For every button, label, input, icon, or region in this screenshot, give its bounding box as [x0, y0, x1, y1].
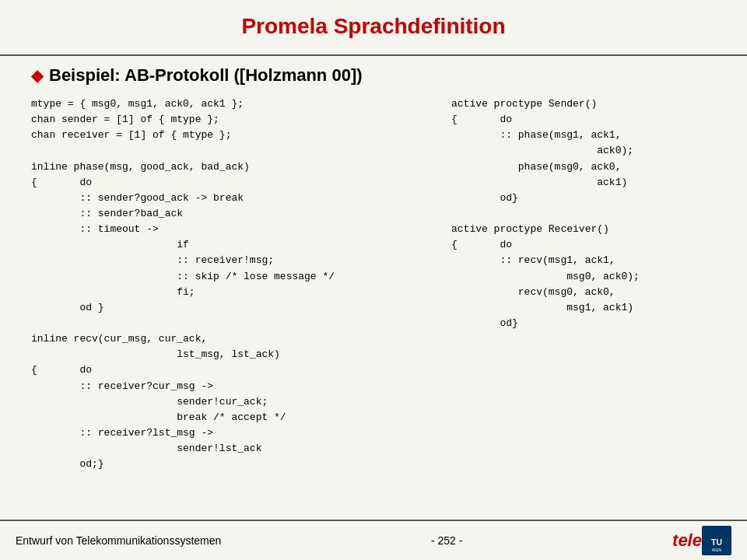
footer-right: tele TU WIEN [672, 526, 731, 555]
bullet-heading: ◆ Beispiel: AB-Protokoll ([Holzmann 00]) [31, 65, 716, 86]
header: Promela Sprachdefinition [0, 0, 747, 56]
bullet-text: Beispiel: AB-Protokoll ([Holzmann 00]) [49, 65, 363, 86]
diamond-icon: ◆ [31, 66, 43, 85]
tu-logo-icon: TU WIEN [702, 526, 731, 555]
footer-page-number: - 252 - [431, 534, 462, 547]
code-right: active proctype Sender() { do :: phase(m… [451, 96, 716, 520]
footer-left-text: Entwurf von Telekommunikationssystemen [16, 534, 221, 547]
svg-text:WIEN: WIEN [712, 548, 722, 552]
page-container: Promela Sprachdefinition ◆ Beispiel: AB-… [0, 0, 747, 560]
footer-brand: tele [672, 530, 702, 551]
code-left: mtype = { msg0, msg1, ack0, ack1 }; chan… [31, 96, 436, 520]
bullet-section: ◆ Beispiel: AB-Protokoll ([Holzmann 00]) [0, 56, 747, 90]
main-content: mtype = { msg0, msg1, ack0, ack1 }; chan… [0, 90, 747, 520]
footer: Entwurf von Telekommunikationssystemen -… [0, 520, 747, 560]
svg-text:TU: TU [711, 538, 722, 547]
page-title: Promela Sprachdefinition [31, 14, 716, 39]
